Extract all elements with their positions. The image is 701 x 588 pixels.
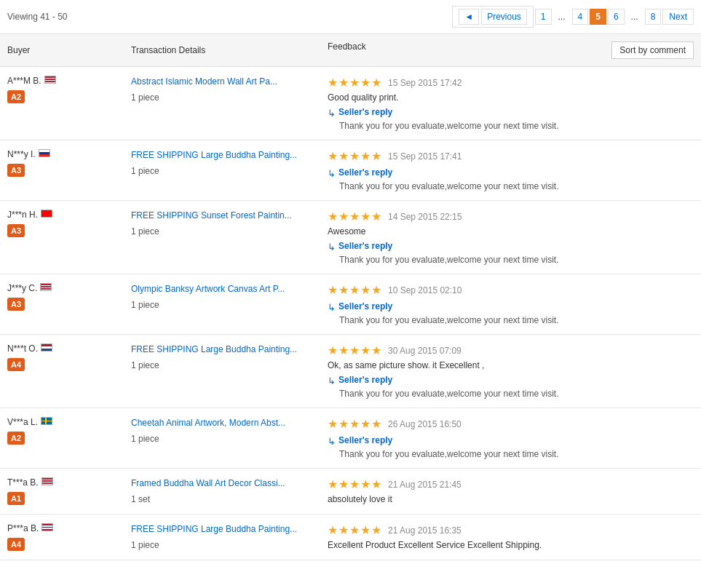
- seller-reply-text: Thank you for you evaluate,welcome your …: [339, 449, 694, 459]
- feedback-cell: ★★★★★10 Sep 2015 02:10↳Seller's replyTha…: [320, 274, 701, 335]
- feedback-text: Good quality print.: [328, 92, 694, 103]
- buyer-badge: A2: [7, 432, 25, 445]
- transaction-quantity: 1 set: [131, 494, 313, 504]
- next-button[interactable]: Next: [662, 9, 694, 25]
- page-8[interactable]: 8: [645, 9, 662, 25]
- seller-reply-label: Seller's reply: [338, 107, 392, 117]
- table-header-row: Buyer Transaction Details Feedback Sort …: [0, 34, 701, 67]
- seller-reply: ↳Seller's reply: [328, 107, 694, 119]
- transaction-cell: Abstract Islamic Modern Wall Art Pa...1 …: [124, 67, 320, 140]
- seller-reply-label: Seller's reply: [338, 301, 392, 311]
- transaction-link[interactable]: Framed Buddha Wall Art Decor Classi...: [131, 478, 285, 488]
- transaction-link[interactable]: Abstract Islamic Modern Wall Art Pa...: [131, 76, 277, 87]
- star-rating: ★★★★★: [328, 76, 382, 90]
- seller-reply: ↳Seller's reply: [328, 435, 694, 447]
- buyer-name-text: J***y C.: [7, 283, 37, 293]
- transaction-link[interactable]: FREE SHIPPING Large Buddha Painting...: [131, 344, 297, 354]
- buyer-name: J***n H.: [7, 210, 116, 220]
- transaction-cell: Framed Buddha Wall Art Decor Classi...1 …: [124, 469, 320, 514]
- feedback-cell: ★★★★★14 Sep 2015 22:15Awesome↳Seller's r…: [320, 201, 701, 274]
- reply-arrow-icon: ↳: [328, 376, 336, 386]
- feedback-text: Awesome: [328, 226, 694, 237]
- reply-arrow-icon: ↳: [328, 108, 336, 119]
- buyer-name: A***M B.: [7, 76, 116, 86]
- transaction-cell: FREE SHIPPING Large Buddha Painting...1 …: [124, 140, 320, 201]
- feedback-date: 30 Aug 2015 07:09: [388, 346, 462, 356]
- buyer-flag-icon: [41, 417, 52, 427]
- feedback-date: 14 Sep 2015 22:15: [388, 212, 462, 222]
- seller-reply-label: Seller's reply: [338, 375, 392, 385]
- feedback-date: 10 Sep 2015 02:10: [388, 285, 462, 295]
- reply-arrow-icon: ↳: [328, 168, 336, 179]
- buyer-badge: A3: [7, 298, 25, 311]
- page-5-current[interactable]: 5: [590, 9, 606, 25]
- buyer-name: N***y I.: [7, 149, 116, 159]
- table-row: T***a B.A1Framed Buddha Wall Art Decor C…: [0, 469, 701, 514]
- transaction-cell: Cheetah Animal Artwork, Modern Abst...1 …: [124, 408, 320, 469]
- transaction-quantity: 1 piece: [131, 360, 313, 370]
- seller-reply-label: Seller's reply: [338, 241, 392, 251]
- seller-reply: ↳Seller's reply: [328, 241, 694, 253]
- transaction-quantity: 1 piece: [131, 300, 313, 310]
- dots-1: ...: [553, 9, 571, 24]
- transaction-quantity: 1 piece: [131, 434, 313, 444]
- buyer-cell: T***a B.A1: [0, 469, 124, 514]
- buyer-cell: A***M B.A2: [0, 67, 124, 140]
- seller-reply-text: Thank you for you evaluate,welcome your …: [339, 255, 694, 265]
- buyer-flag-icon: [41, 210, 52, 220]
- buyer-name: P***a B.: [7, 523, 116, 533]
- buyer-flag-icon: [44, 76, 56, 86]
- star-rating: ★★★★★: [328, 149, 382, 163]
- seller-reply-label: Seller's reply: [338, 167, 392, 178]
- table-row: P***a B.A4FREE SHIPPING Large Buddha Pai…: [0, 514, 701, 560]
- buyer-flag-icon: [39, 149, 50, 159]
- buyer-cell: J***y C.A3: [0, 274, 124, 335]
- buyer-badge: A3: [7, 164, 25, 177]
- buyer-flag-icon: [41, 477, 53, 488]
- feedback-cell: ★★★★★15 Sep 2015 17:41↳Seller's replyTha…: [320, 140, 701, 201]
- reply-arrow-icon: ↳: [328, 302, 336, 313]
- seller-reply: ↳Seller's reply: [328, 375, 694, 386]
- seller-reply-text: Thank you for you evaluate,welcome your …: [339, 315, 694, 325]
- prev-label: Previous: [481, 9, 527, 25]
- transaction-cell: FREE SHIPPING Large Buddha Painting...1 …: [124, 514, 320, 560]
- feedback-header: Feedback Sort by comment: [320, 34, 701, 67]
- buyer-name-text: N***y I.: [7, 149, 36, 159]
- prev-button[interactable]: ◄ Previous: [452, 6, 534, 28]
- prev-arrow-icon: ◄: [459, 9, 479, 25]
- viewing-text: Viewing 41 - 50: [7, 12, 68, 22]
- star-rating: ★★★★★: [328, 477, 382, 491]
- reply-arrow-icon: ↳: [328, 242, 336, 253]
- feedback-cell: ★★★★★15 Sep 2015 17:42Good quality print…: [320, 67, 701, 140]
- star-rating: ★★★★★: [328, 283, 382, 297]
- seller-reply-text: Thank you for you evaluate,welcome your …: [339, 389, 694, 399]
- star-rating: ★★★★★: [328, 523, 382, 537]
- seller-reply-text: Thank you for you evaluate,welcome your …: [339, 181, 694, 191]
- transaction-quantity: 1 piece: [131, 540, 313, 550]
- feedback-header-label: Feedback: [328, 41, 366, 52]
- feedback-cell: ★★★★★26 Aug 2015 16:50↳Seller's replyTha…: [320, 408, 701, 469]
- page-4[interactable]: 4: [572, 9, 589, 25]
- feedback-table: Buyer Transaction Details Feedback Sort …: [0, 34, 701, 560]
- transaction-link[interactable]: FREE SHIPPING Large Buddha Painting...: [131, 524, 297, 534]
- page-6[interactable]: 6: [608, 9, 625, 25]
- buyer-cell: V***a L.A2: [0, 408, 124, 469]
- top-bar: Viewing 41 - 50 ◄ Previous 1 ... 4 5 6 .…: [0, 0, 701, 34]
- seller-reply-label: Seller's reply: [338, 435, 392, 445]
- transaction-link[interactable]: Olympic Banksy Artwork Canvas Art P...: [131, 284, 285, 294]
- transaction-header: Transaction Details: [124, 34, 320, 67]
- sort-by-comment-button[interactable]: Sort by comment: [611, 41, 694, 59]
- transaction-link[interactable]: FREE SHIPPING Sunset Forest Paintin...: [131, 210, 292, 220]
- table-row: N***t O.A4FREE SHIPPING Large Buddha Pai…: [0, 335, 701, 408]
- feedback-date: 15 Sep 2015 17:41: [388, 151, 462, 162]
- table-row: J***n H.A3FREE SHIPPING Sunset Forest Pa…: [0, 201, 701, 274]
- table-row: A***M B.A2Abstract Islamic Modern Wall A…: [0, 67, 701, 140]
- feedback-text: absolutely love it: [328, 494, 694, 504]
- transaction-link[interactable]: FREE SHIPPING Large Buddha Painting...: [131, 150, 297, 160]
- feedback-cell: ★★★★★21 Aug 2015 21:45absolutely love it: [320, 469, 701, 514]
- page-1[interactable]: 1: [535, 9, 552, 25]
- transaction-cell: Olympic Banksy Artwork Canvas Art P...1 …: [124, 274, 320, 335]
- transaction-link[interactable]: Cheetah Animal Artwork, Modern Abst...: [131, 418, 285, 428]
- buyer-badge: A3: [7, 224, 25, 237]
- buyer-badge: A2: [7, 90, 25, 103]
